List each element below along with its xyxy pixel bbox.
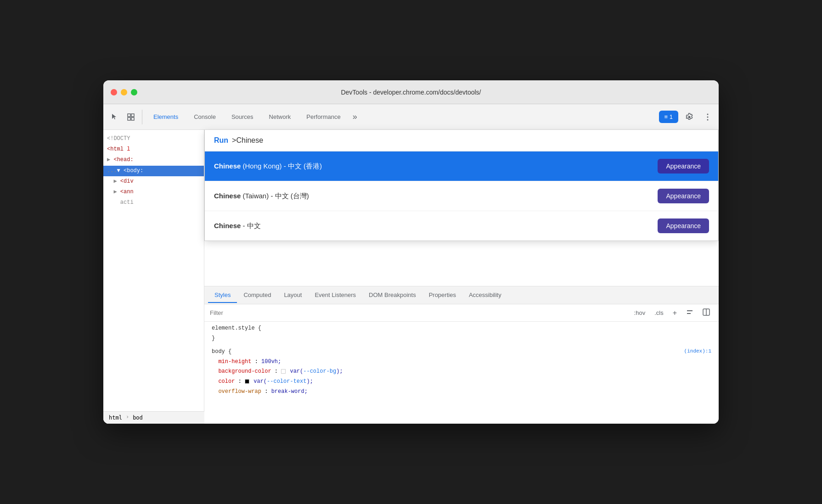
close-button[interactable] [111, 89, 117, 95]
css-value-color: var(--color-text); [253, 378, 313, 385]
appearance-button-cn[interactable]: Appearance [658, 218, 709, 233]
command-result-cn-bold: Chinese [214, 222, 241, 230]
color-swatch-color[interactable] [245, 379, 249, 384]
command-palette: Run >Chinese Chinese (Hong Kong) - 中文 (香… [204, 130, 719, 241]
command-result-cn-label: Chinese - 中文 [214, 222, 261, 230]
tree-line[interactable]: ▶ <head: [103, 155, 204, 165]
tree-line[interactable]: <html l [103, 144, 204, 155]
tree-line: <!DOCTY [103, 134, 204, 144]
css-rule-body: body { (index):1 min-height : 100vh; bac… [204, 345, 719, 398]
css-colon-3: : [238, 378, 245, 385]
svg-rect-3 [131, 118, 134, 120]
bottom-panel: Styles Computed Layout Event Listeners D… [204, 286, 719, 424]
css-var-colortext[interactable]: --color-text [267, 378, 306, 385]
tab-accessibility[interactable]: Accessibility [462, 288, 508, 303]
window-title: DevTools - developer.chrome.com/docs/dev… [341, 89, 481, 96]
appearance-button-tw[interactable]: Appearance [658, 189, 709, 203]
command-result-tw-rest: (Taiwan) - 中文 (台灣) [241, 192, 309, 200]
css-value-bgcolor: var(--color-bg); [290, 368, 343, 375]
toggle-button[interactable] [683, 307, 697, 319]
command-query-text: >Chinese [232, 136, 263, 145]
breadcrumb-separator: › [126, 414, 129, 422]
devtools-toolbar: Elements Console Sources Network Perform… [103, 104, 719, 130]
css-value-minheight[interactable]: 100vh; [261, 358, 281, 365]
css-colon-4: : [265, 388, 271, 395]
command-result-tw-bold: Chinese [214, 192, 241, 200]
tab-properties[interactable]: Properties [422, 288, 462, 303]
svg-rect-8 [687, 313, 691, 314]
toolbar-right: ≡ 1 [659, 110, 715, 124]
settings-icon[interactable] [682, 110, 697, 124]
tab-elements[interactable]: Elements [146, 111, 186, 123]
tree-line[interactable]: ▶ <div [103, 176, 204, 187]
tree-line-selected[interactable]: ...▼ <body: [103, 166, 204, 176]
devtools-tabs: Elements Console Sources Network Perform… [146, 110, 659, 123]
tab-performance[interactable]: Performance [299, 111, 348, 123]
css-property-minheight: min-height [218, 358, 251, 365]
devtools-window: DevTools - developer.chrome.com/docs/dev… [103, 80, 719, 424]
breadcrumb-html[interactable]: html [107, 414, 124, 422]
tab-computed[interactable]: Computed [237, 288, 277, 303]
chat-button[interactable]: ≡ 1 [659, 111, 678, 123]
command-result-hk[interactable]: Chinese (Hong Kong) - 中文 (香港) Appearance [205, 151, 718, 181]
more-tabs-icon[interactable]: » [349, 110, 361, 123]
main-content: <!DOCTY <html l ▶ <head: ...▼ <body: ▶ <… [103, 130, 719, 424]
css-colon: : [255, 358, 261, 365]
styles-tabs: Styles Computed Layout Event Listeners D… [204, 286, 719, 304]
css-property-bgcolor: background-color [218, 368, 271, 375]
css-property-color: color [218, 378, 235, 385]
add-style-button[interactable]: + [670, 308, 680, 319]
svg-point-4 [707, 113, 709, 115]
tab-sources[interactable]: Sources [224, 111, 261, 123]
hov-button[interactable]: :hov [631, 308, 649, 318]
right-panel: Run >Chinese Chinese (Hong Kong) - 中文 (香… [204, 130, 719, 424]
minimize-button[interactable] [121, 89, 127, 95]
svg-point-6 [707, 119, 709, 120]
css-property-overflow: overflow-wrap [218, 388, 261, 395]
command-result-hk-rest: (Hong Kong) - 中文 (香港) [241, 162, 322, 170]
more-options-icon[interactable] [700, 110, 715, 124]
command-result-tw-label: Chinese (Taiwan) - 中文 (台灣) [214, 192, 309, 201]
tab-console[interactable]: Console [186, 111, 223, 123]
command-run-label: Run [214, 136, 228, 145]
command-result-cn[interactable]: Chinese - 中文 Appearance [205, 211, 718, 241]
elements-panel: <!DOCTY <html l ▶ <head: ...▼ <body: ▶ <… [103, 130, 204, 424]
css-close-brace: } [212, 335, 215, 342]
css-colon-2: : [275, 368, 281, 375]
command-result-tw[interactable]: Chinese (Taiwan) - 中文 (台灣) Appearance [205, 181, 718, 211]
filter-bar: :hov .cls + [204, 304, 719, 322]
maximize-button[interactable] [131, 89, 137, 95]
svg-point-5 [707, 116, 709, 118]
css-rule-element-style: element.style { } [204, 322, 719, 345]
tab-styles[interactable]: Styles [208, 288, 237, 303]
breadcrumb-body[interactable]: bod [131, 414, 145, 422]
title-bar: DevTools - developer.chrome.com/docs/dev… [103, 80, 719, 104]
traffic-lights [111, 89, 137, 95]
inspector-icon[interactable] [124, 110, 138, 124]
tab-event-listeners[interactable]: Event Listeners [308, 288, 362, 303]
svg-rect-0 [128, 114, 130, 117]
styles-content: element.style { } body { (index):1 min-h… [204, 322, 719, 424]
command-result-cn-rest: - 中文 [241, 222, 260, 230]
toolbar-icon-group [107, 110, 142, 124]
css-value-overflow: break-word; [271, 388, 308, 395]
cls-button[interactable]: .cls [651, 308, 667, 318]
panel-button[interactable] [699, 307, 713, 319]
tree-line: acti [103, 197, 204, 208]
svg-rect-2 [128, 118, 130, 120]
tab-layout[interactable]: Layout [277, 288, 308, 303]
tab-dom-breakpoints[interactable]: DOM Breakpoints [362, 288, 422, 303]
tab-network[interactable]: Network [262, 111, 298, 123]
tree-line[interactable]: ▶ <ann [103, 187, 204, 197]
cursor-icon[interactable] [107, 110, 122, 124]
filter-input[interactable] [210, 309, 627, 316]
css-source-link[interactable]: (index):1 [684, 347, 711, 356]
css-var-colorbg[interactable]: --color-bg [303, 368, 336, 375]
color-swatch-bgcolor[interactable] [281, 369, 286, 374]
css-selector: element.style { [212, 325, 261, 331]
svg-rect-1 [131, 114, 134, 117]
command-result-hk-bold: Chinese [214, 162, 241, 170]
css-selector-body: body { [212, 348, 231, 355]
appearance-button-hk[interactable]: Appearance [658, 159, 709, 174]
command-result-hk-label: Chinese (Hong Kong) - 中文 (香港) [214, 162, 322, 171]
